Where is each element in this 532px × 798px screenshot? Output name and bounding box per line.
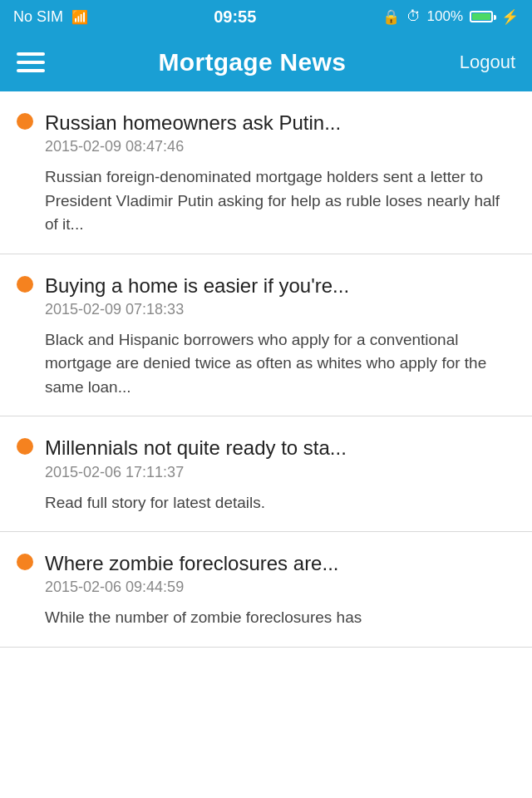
nav-bar: Mortgage News Logout: [0, 33, 532, 91]
news-date: 2015-02-09 08:47:46: [45, 138, 515, 155]
news-title-block: Where zombie foreclosures are... 2015-02…: [45, 550, 515, 596]
news-excerpt: Read full story for latest details.: [45, 491, 515, 515]
unread-dot: [17, 113, 33, 130]
news-title: Millennials not quite ready to sta...: [45, 435, 515, 461]
news-excerpt: Black and Hispanic borrowers who apply f…: [45, 328, 515, 400]
charging-icon: ⚡: [501, 8, 519, 26]
news-title: Where zombie foreclosures are...: [45, 550, 515, 576]
lock-icon: 🔒: [382, 8, 400, 26]
hamburger-line-1: [17, 52, 45, 56]
news-title: Russian homeowners ask Putin...: [45, 110, 515, 135]
news-list: Russian homeowners ask Putin... 2015-02-…: [0, 91, 532, 648]
news-excerpt: While the number of zombie foreclosures …: [45, 606, 515, 630]
news-date: 2015-02-06 17:11:37: [45, 464, 515, 481]
status-left: No SIM 📶: [13, 8, 88, 26]
list-item[interactable]: Russian homeowners ask Putin... 2015-02-…: [0, 91, 532, 254]
news-title-block: Russian homeowners ask Putin... 2015-02-…: [45, 110, 515, 155]
unread-dot: [17, 276, 33, 293]
status-time: 09:55: [214, 7, 256, 27]
logout-button[interactable]: Logout: [460, 52, 515, 73]
news-date: 2015-02-06 09:44:59: [45, 579, 515, 596]
carrier-label: No SIM: [13, 8, 63, 26]
hamburger-line-3: [17, 69, 45, 72]
news-header: Where zombie foreclosures are... 2015-02…: [17, 550, 515, 596]
menu-button[interactable]: [17, 52, 45, 72]
news-title-block: Millennials not quite ready to sta... 20…: [45, 435, 515, 480]
news-excerpt: Russian foreign-denominated mortgage hol…: [45, 165, 515, 237]
battery-percent: 100%: [427, 8, 463, 25]
unread-dot: [17, 554, 33, 570]
list-item[interactable]: Buying a home is easier if you're... 201…: [0, 254, 532, 417]
wifi-icon: 📶: [71, 9, 88, 25]
status-right: 🔒 ⏱ 100% ⚡: [382, 8, 519, 26]
battery-fill: [472, 13, 490, 20]
news-header: Russian homeowners ask Putin... 2015-02-…: [17, 110, 515, 155]
status-bar: No SIM 📶 09:55 🔒 ⏱ 100% ⚡: [0, 0, 532, 33]
news-date: 2015-02-09 07:18:33: [45, 301, 515, 318]
page-title: Mortgage News: [159, 48, 347, 76]
news-header: Millennials not quite ready to sta... 20…: [17, 435, 515, 480]
battery-icon: [470, 11, 493, 22]
unread-dot: [17, 438, 33, 455]
news-title: Buying a home is easier if you're...: [45, 273, 515, 298]
hamburger-line-2: [17, 61, 45, 64]
news-header: Buying a home is easier if you're... 201…: [17, 273, 515, 318]
list-item[interactable]: Where zombie foreclosures are... 2015-02…: [0, 532, 532, 648]
news-title-block: Buying a home is easier if you're... 201…: [45, 273, 515, 318]
list-item[interactable]: Millennials not quite ready to sta... 20…: [0, 416, 532, 532]
alarm-icon: ⏱: [406, 8, 421, 25]
